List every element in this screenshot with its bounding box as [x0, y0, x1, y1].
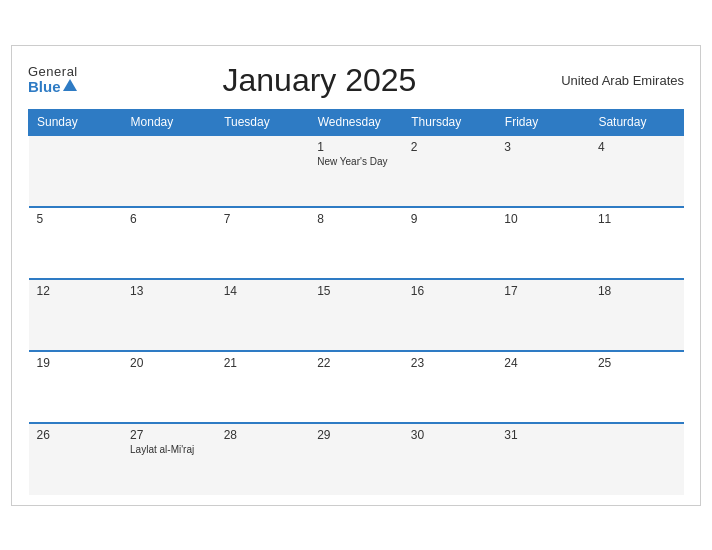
week-row-1: 1New Year's Day234 [29, 135, 684, 207]
calendar-cell: 10 [496, 207, 590, 279]
calendar-cell: 16 [403, 279, 497, 351]
calendar-weekday-header: SundayMondayTuesdayWednesdayThursdayFrid… [29, 109, 684, 135]
calendar-cell: 29 [309, 423, 403, 495]
logo-general-text: General [28, 65, 78, 79]
logo-triangle-icon [63, 79, 77, 91]
calendar-container: General Blue January 2025 United Arab Em… [11, 45, 701, 506]
calendar-body: 1New Year's Day2345678910111213141516171… [29, 135, 684, 495]
calendar-cell: 5 [29, 207, 123, 279]
weekday-header-wednesday: Wednesday [309, 109, 403, 135]
day-number: 24 [504, 356, 582, 370]
day-number: 5 [37, 212, 115, 226]
week-row-4: 19202122232425 [29, 351, 684, 423]
calendar-country: United Arab Emirates [561, 73, 684, 88]
calendar-cell [216, 135, 310, 207]
calendar-cell: 24 [496, 351, 590, 423]
calendar-cell: 28 [216, 423, 310, 495]
calendar-cell: 15 [309, 279, 403, 351]
calendar-cell: 23 [403, 351, 497, 423]
day-number: 23 [411, 356, 489, 370]
day-number: 21 [224, 356, 302, 370]
day-number: 19 [37, 356, 115, 370]
weekday-header-saturday: Saturday [590, 109, 684, 135]
day-number: 15 [317, 284, 395, 298]
day-number: 27 [130, 428, 208, 442]
day-number: 17 [504, 284, 582, 298]
holiday-name: Laylat al-Mi'raj [130, 444, 208, 455]
calendar-cell: 13 [122, 279, 216, 351]
day-number: 20 [130, 356, 208, 370]
day-number: 10 [504, 212, 582, 226]
day-number: 30 [411, 428, 489, 442]
calendar-cell [29, 135, 123, 207]
calendar-cell: 8 [309, 207, 403, 279]
day-number: 31 [504, 428, 582, 442]
calendar-cell: 30 [403, 423, 497, 495]
weekday-header-sunday: Sunday [29, 109, 123, 135]
calendar-cell: 11 [590, 207, 684, 279]
week-row-5: 2627Laylat al-Mi'raj28293031 [29, 423, 684, 495]
calendar-cell: 18 [590, 279, 684, 351]
day-number: 14 [224, 284, 302, 298]
calendar-cell: 2 [403, 135, 497, 207]
calendar-cell: 17 [496, 279, 590, 351]
day-number: 22 [317, 356, 395, 370]
weekday-row: SundayMondayTuesdayWednesdayThursdayFrid… [29, 109, 684, 135]
holiday-name: New Year's Day [317, 156, 395, 167]
day-number: 25 [598, 356, 676, 370]
calendar-cell: 1New Year's Day [309, 135, 403, 207]
day-number: 7 [224, 212, 302, 226]
weekday-header-thursday: Thursday [403, 109, 497, 135]
day-number: 13 [130, 284, 208, 298]
day-number: 3 [504, 140, 582, 154]
calendar-cell: 25 [590, 351, 684, 423]
logo: General Blue [28, 65, 78, 96]
calendar-cell [590, 423, 684, 495]
calendar-cell: 6 [122, 207, 216, 279]
day-number: 26 [37, 428, 115, 442]
day-number: 29 [317, 428, 395, 442]
day-number: 6 [130, 212, 208, 226]
day-number: 28 [224, 428, 302, 442]
calendar-title: January 2025 [78, 62, 561, 99]
weekday-header-monday: Monday [122, 109, 216, 135]
day-number: 2 [411, 140, 489, 154]
calendar-cell: 7 [216, 207, 310, 279]
week-row-3: 12131415161718 [29, 279, 684, 351]
calendar-cell: 12 [29, 279, 123, 351]
weekday-header-friday: Friday [496, 109, 590, 135]
calendar-cell: 20 [122, 351, 216, 423]
calendar-cell: 4 [590, 135, 684, 207]
day-number: 8 [317, 212, 395, 226]
calendar-cell: 26 [29, 423, 123, 495]
calendar-cell [122, 135, 216, 207]
day-number: 11 [598, 212, 676, 226]
calendar-cell: 31 [496, 423, 590, 495]
calendar-grid: SundayMondayTuesdayWednesdayThursdayFrid… [28, 109, 684, 495]
day-number: 12 [37, 284, 115, 298]
calendar-cell: 27Laylat al-Mi'raj [122, 423, 216, 495]
day-number: 16 [411, 284, 489, 298]
calendar-cell: 3 [496, 135, 590, 207]
day-number: 4 [598, 140, 676, 154]
weekday-header-tuesday: Tuesday [216, 109, 310, 135]
calendar-cell: 21 [216, 351, 310, 423]
day-number: 9 [411, 212, 489, 226]
day-number: 1 [317, 140, 395, 154]
week-row-2: 567891011 [29, 207, 684, 279]
calendar-cell: 22 [309, 351, 403, 423]
calendar-cell: 14 [216, 279, 310, 351]
day-number: 18 [598, 284, 676, 298]
calendar-cell: 19 [29, 351, 123, 423]
calendar-cell: 9 [403, 207, 497, 279]
calendar-header: General Blue January 2025 United Arab Em… [28, 62, 684, 99]
logo-blue-text: Blue [28, 79, 61, 96]
